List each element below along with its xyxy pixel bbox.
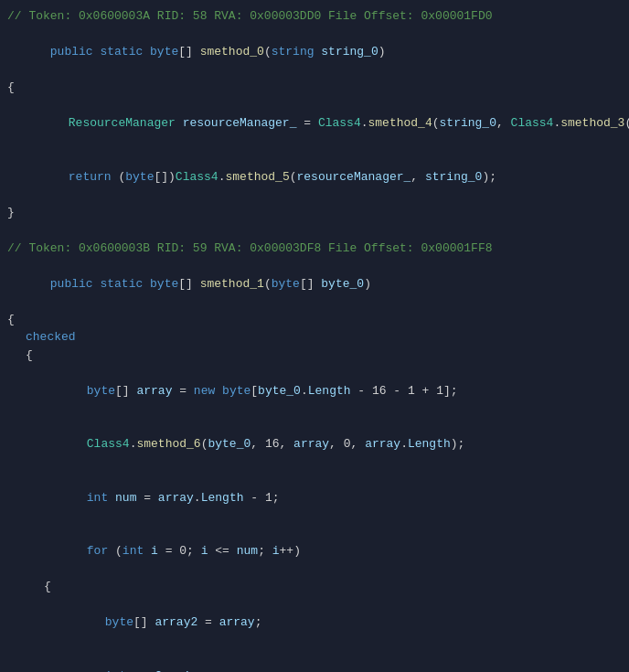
comment-line-2: // Token: 0x0600003B RID: 59 RVA: 0x0000… xyxy=(0,240,629,258)
for-brace-open: { xyxy=(0,578,629,596)
brace-close-1: } xyxy=(0,204,629,222)
body-line-2b: Class4.smethod_6(byte_0, 16, array, 0, a… xyxy=(0,418,629,472)
brace-open-1: { xyxy=(0,79,629,97)
body-line-2c: int num = array.Length - 1; xyxy=(0,471,629,525)
method-sig-2: public static byte[] smethod_1(byte[] by… xyxy=(0,257,629,311)
method-sig-1: public static byte[] smethod_0(string st… xyxy=(0,26,629,80)
empty-1 xyxy=(0,221,629,240)
brace-open-2: { xyxy=(0,311,629,329)
body-line-1a: ResourceManager resourceManager_ = Class… xyxy=(0,97,629,151)
body-line-2e: byte[] array2 = array; xyxy=(0,596,629,650)
checked-line: checked xyxy=(0,328,629,347)
checked-brace-open: { xyxy=(0,347,629,365)
code-viewer: // Token: 0x0600003A RID: 58 RVA: 0x0000… xyxy=(0,0,629,672)
body-line-2f: int num2 = i; xyxy=(0,649,629,672)
body-line-1b: return (byte[])Class4.smethod_5(resource… xyxy=(0,150,629,204)
body-line-2d: for (int i = 0; i <= num; i++) xyxy=(0,525,629,579)
body-line-2a: byte[] array = new byte[byte_0.Length - … xyxy=(0,364,629,418)
comment-line-1: // Token: 0x0600003A RID: 58 RVA: 0x0000… xyxy=(0,7,629,26)
